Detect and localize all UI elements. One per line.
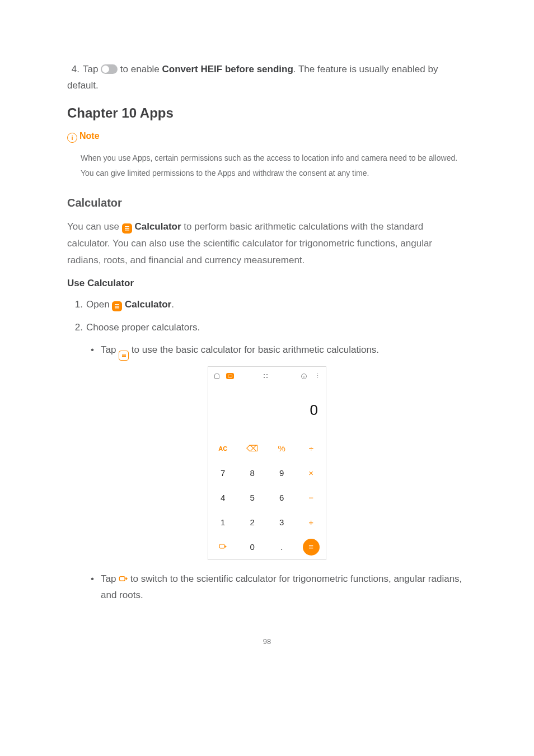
calc-keypad: AC ⌫ % ÷ 7 8 9 × 4 5 6 − 1 2 3 + 0 [208, 436, 326, 559]
key-equals-cell: = [297, 535, 326, 559]
calculator-app-icon [122, 223, 132, 234]
bullet-item-basic: • Tap to use the basic calculator for ba… [91, 342, 467, 361]
info-icon: i [67, 133, 77, 143]
sidebar-icon [213, 372, 221, 380]
key-divide: ÷ [297, 436, 326, 461]
text: to enable [118, 64, 162, 74]
basic-tab-icon [226, 373, 234, 379]
svg-rect-3 [119, 576, 125, 581]
list-number: 4. [67, 62, 79, 78]
list-number: 2. [71, 320, 83, 336]
text: to switch to the scientific calculator f… [101, 573, 462, 600]
key-8: 8 [238, 461, 268, 486]
key-backspace: ⌫ [238, 436, 268, 461]
key-4: 4 [208, 486, 238, 510]
text: Tap [101, 344, 119, 355]
key-percent: % [267, 436, 297, 461]
toggle-icon [101, 64, 118, 74]
key-6: 6 [267, 486, 297, 510]
note-body: When you use Apps, certain permissions s… [81, 151, 467, 181]
svg-text:¥: ¥ [303, 375, 305, 379]
key-2: 2 [238, 510, 268, 535]
key-7: 7 [208, 461, 238, 486]
calc-display-area: 0 [208, 382, 326, 436]
key-3: 3 [267, 510, 297, 535]
calculator-description: You can use Calculator to perform basic … [67, 218, 467, 268]
key-minus: − [297, 486, 326, 510]
more-icon: ⋮ [313, 372, 321, 380]
key-ac: AC [208, 436, 238, 461]
chapter-heading: Chapter 10 Apps [67, 105, 467, 121]
text: Open [86, 299, 112, 310]
key-1: 1 [208, 510, 238, 535]
key-5: 5 [238, 486, 268, 510]
grid-icon [263, 372, 271, 380]
calculator-figure: ¥ ⋮ 0 AC ⌫ % ÷ 7 8 9 × 4 5 6 − 1 [67, 366, 467, 560]
text: Tap [101, 573, 119, 584]
text: You can use [67, 221, 122, 232]
key-0: 0 [238, 535, 268, 559]
note-label: Note [79, 131, 100, 141]
text: Tap [83, 64, 101, 74]
note-heading: iNote [67, 131, 467, 143]
list-item-2: 2.Choose proper calculators. [67, 320, 467, 336]
text: Choose proper calculators. [86, 322, 200, 333]
text: to use the basic calculator for basic ar… [129, 344, 379, 355]
list-item-1: 1.Open Calculator. [67, 297, 467, 313]
calculator-app-icon [112, 301, 122, 311]
key-multiply: × [297, 461, 326, 486]
calc-display-value: 0 [208, 382, 326, 423]
scientific-calculator-icon [119, 575, 128, 584]
key-plus: + [297, 510, 326, 535]
subsection-heading: Use Calculator [67, 278, 467, 289]
calc-topbar: ¥ ⋮ [208, 367, 326, 382]
section-heading-calculator: Calculator [67, 197, 467, 209]
key-9: 9 [267, 461, 297, 486]
bullet-item-scientific: • Tap to switch to the scientific calcul… [91, 571, 467, 604]
key-dot: . [267, 535, 297, 559]
currency-icon: ¥ [300, 372, 308, 380]
app-name: Calculator [125, 299, 171, 310]
basic-calculator-icon [119, 351, 129, 361]
feature-name: Convert HEIF before sending [162, 64, 293, 74]
list-item-4: 4.Tap to enable Convert HEIF before send… [67, 62, 467, 94]
app-name: Calculator [134, 221, 181, 232]
page-number: 98 [67, 637, 467, 646]
calculator-screenshot: ¥ ⋮ 0 AC ⌫ % ÷ 7 8 9 × 4 5 6 − 1 [208, 366, 326, 560]
svg-rect-2 [219, 544, 224, 548]
key-equals: = [303, 539, 320, 556]
key-switch-icon [208, 535, 238, 559]
list-number: 1. [71, 297, 83, 313]
text: . [171, 299, 174, 310]
